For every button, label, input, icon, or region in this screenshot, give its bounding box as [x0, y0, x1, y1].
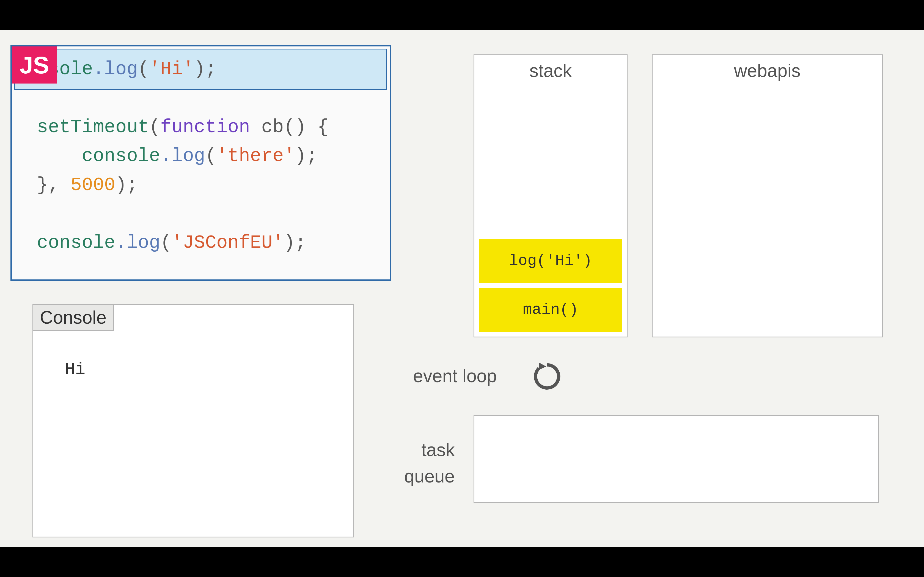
refresh-icon: [531, 360, 564, 393]
webapis-panel: webapis: [652, 55, 883, 337]
console-panel: Console Hi: [32, 304, 354, 537]
code-content: nsole.log('Hi'); setTimeout(function cb(…: [37, 55, 329, 258]
console-tab: Console: [32, 304, 114, 331]
webapis-title: webapis: [653, 55, 882, 81]
stack-title: stack: [474, 55, 627, 81]
console-output: Hi: [65, 359, 85, 379]
code-panel: JS nsole.log('Hi'); setTimeout(function …: [10, 45, 391, 281]
call-stack-panel: stack log('Hi') main(): [473, 55, 628, 337]
stack-frame: main(): [479, 288, 622, 332]
js-badge: JS: [12, 47, 57, 84]
stack-frames: log('Hi') main(): [474, 81, 627, 337]
event-loop-label: event loop: [413, 366, 497, 386]
task-queue-panel: [473, 415, 879, 503]
task-queue-label: taskqueue: [404, 437, 455, 489]
stack-frame: log('Hi'): [479, 239, 622, 283]
